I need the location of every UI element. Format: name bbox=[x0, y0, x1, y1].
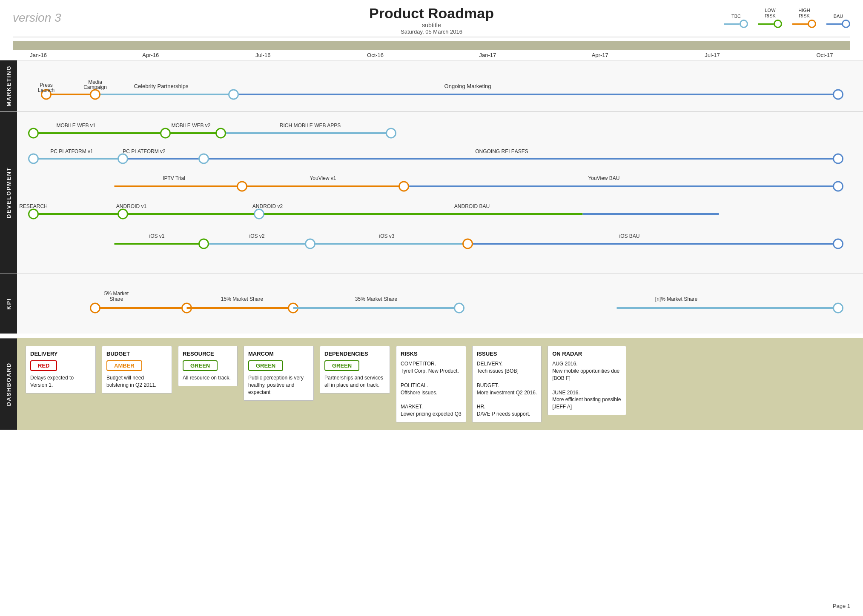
svg-text:IPTV Trial: IPTV Trial bbox=[163, 175, 185, 181]
page-title: Product Roadmap bbox=[369, 5, 494, 22]
date: Saturday, 05 March 2016 bbox=[369, 29, 494, 35]
dashboard-content: DELIVERY RED Delays expected to Version … bbox=[17, 338, 863, 430]
svg-text:PC PLATFORM v1: PC PLATFORM v1 bbox=[50, 148, 93, 154]
marcom-title: MARCOM bbox=[248, 351, 309, 357]
svg-point-72 bbox=[455, 303, 464, 313]
legend-bau-label: BAU bbox=[834, 14, 843, 19]
budget-card: BUDGET AMBER Budget will need bolstering… bbox=[102, 346, 172, 394]
legend-lowrisk-label: LOWRISK bbox=[765, 8, 776, 19]
svg-text:RESEARCH: RESEARCH bbox=[19, 203, 48, 209]
legend-tbc-line bbox=[724, 20, 748, 28]
kpi-content: 5% Market Share 15% Market Share 35% Mar… bbox=[17, 274, 863, 334]
on-radar-text: AUG 2016. New mobile opportunities due [… bbox=[552, 360, 622, 411]
legend-lowrisk-bar bbox=[758, 23, 774, 25]
delivery-badge: RED bbox=[30, 360, 57, 371]
legend-highrisk-line bbox=[792, 20, 816, 28]
version-label: version 3 bbox=[13, 8, 61, 25]
delivery-card: DELIVERY RED Delays expected to Version … bbox=[26, 346, 96, 394]
marcom-card: MARCOM GREEN Public perception is very h… bbox=[244, 346, 314, 400]
resource-title: RESOURCE bbox=[183, 351, 233, 357]
axis-label-oct16: Oct-16 bbox=[350, 52, 401, 58]
svg-point-12 bbox=[834, 90, 843, 99]
legend-low-risk: LOWRISK bbox=[758, 8, 782, 28]
svg-point-17 bbox=[29, 128, 38, 138]
on-radar-title: ON RADAR bbox=[552, 351, 622, 357]
kpi-row: KPI 5% Market Share 15% Market Share 35%… bbox=[0, 274, 863, 334]
legend-tbc: TBC bbox=[724, 14, 748, 28]
svg-text:iOS v2: iOS v2 bbox=[249, 233, 264, 239]
svg-text:5% Market: 5% Market bbox=[104, 291, 129, 297]
marcom-text: Public perception is very healthy, posit… bbox=[248, 374, 309, 396]
svg-text:MOBILE WEB v2: MOBILE WEB v2 bbox=[171, 123, 210, 128]
svg-text:[n]% Market Share: [n]% Market Share bbox=[655, 296, 698, 302]
issues-title: ISSUES bbox=[477, 351, 537, 357]
risks-title: RISKS bbox=[401, 351, 462, 357]
legend-bau-circle bbox=[842, 20, 850, 28]
axis-bar bbox=[13, 41, 850, 50]
page-header: version 3 Product Roadmap subtitle Satur… bbox=[0, 0, 863, 34]
svg-point-26 bbox=[29, 154, 38, 163]
svg-point-22 bbox=[387, 128, 396, 138]
axis-label-oct17: Oct-17 bbox=[799, 52, 850, 58]
svg-text:ANDROID v2: ANDROID v2 bbox=[252, 203, 283, 209]
svg-point-36 bbox=[238, 182, 247, 191]
svg-text:iOS v3: iOS v3 bbox=[379, 233, 394, 239]
dashboard-section: DASHBOARD DELIVERY RED Delays expected t… bbox=[0, 338, 863, 430]
issues-text: DELIVERY. Tech issues [BOB] BUDGET. More… bbox=[477, 360, 537, 417]
svg-point-31 bbox=[834, 154, 843, 163]
marketing-label: MARKETING bbox=[0, 60, 17, 111]
dependencies-text: Partnerships and services all in place a… bbox=[324, 374, 385, 389]
marketing-svg: Press Launch Media Campaign Celebrity Pa… bbox=[17, 60, 863, 111]
development-svg: MOBILE WEB v1 MOBILE WEB v2 RICH MOBILE … bbox=[17, 112, 863, 274]
svg-text:RICH MOBILE WEB APPS: RICH MOBILE WEB APPS bbox=[280, 123, 341, 128]
subtitle: subtitle bbox=[369, 22, 494, 29]
spacer bbox=[0, 334, 863, 338]
svg-point-20 bbox=[216, 128, 226, 138]
marcom-badge: GREEN bbox=[248, 360, 283, 371]
svg-point-40 bbox=[834, 182, 843, 191]
marketing-content: Press Launch Media Campaign Celebrity Pa… bbox=[17, 60, 863, 111]
legend-lowrisk-circle bbox=[774, 20, 782, 28]
axis-label-jul16: Jul-16 bbox=[238, 52, 289, 58]
svg-text:ANDROID BAU: ANDROID BAU bbox=[454, 203, 490, 209]
risks-card: RISKS COMPETITOR. Tyrell Corp, New Produ… bbox=[396, 346, 466, 422]
svg-text:Celebrity Partnerships: Celebrity Partnerships bbox=[134, 83, 189, 89]
svg-point-28 bbox=[118, 154, 128, 163]
legend-high-risk: HIGHRISK bbox=[792, 8, 816, 28]
axis-labels: Jan-16 Apr-16 Jul-16 Oct-16 Jan-17 Apr-1… bbox=[13, 50, 850, 60]
header-divider bbox=[13, 37, 850, 37]
legend-highrisk-bar bbox=[792, 23, 808, 25]
kpi-svg: 5% Market Share 15% Market Share 35% Mar… bbox=[17, 274, 863, 334]
svg-text:iOS v1: iOS v1 bbox=[149, 233, 164, 239]
delivery-text: Delays expected to Version 1. bbox=[30, 374, 91, 389]
svg-point-44 bbox=[29, 209, 38, 219]
svg-text:iOS BAU: iOS BAU bbox=[619, 233, 639, 239]
on-radar-card: ON RADAR AUG 2016. New mobile opportunit… bbox=[548, 346, 626, 415]
svg-point-29 bbox=[199, 154, 209, 163]
svg-text:YouView BAU: YouView BAU bbox=[588, 175, 619, 181]
delivery-title: DELIVERY bbox=[30, 351, 91, 357]
axis-label-jan16: Jan-16 bbox=[13, 52, 64, 58]
development-content: MOBILE WEB v1 MOBILE WEB v2 RICH MOBILE … bbox=[17, 112, 863, 274]
axis-label-jan17: Jan-17 bbox=[462, 52, 513, 58]
svg-point-75 bbox=[834, 303, 843, 313]
legend-tbc-circle bbox=[740, 20, 748, 28]
svg-point-46 bbox=[118, 209, 128, 219]
legend-lowrisk-line bbox=[758, 20, 782, 28]
svg-point-61 bbox=[834, 239, 843, 248]
svg-text:YouView v1: YouView v1 bbox=[310, 175, 336, 181]
svg-text:Campaign: Campaign bbox=[83, 84, 107, 90]
svg-text:35% Market Share: 35% Market Share bbox=[355, 296, 398, 302]
svg-text:Launch: Launch bbox=[38, 87, 54, 93]
svg-point-6 bbox=[91, 90, 100, 99]
timeline-axis: Jan-16 Apr-16 Jul-16 Oct-16 Jan-17 Apr-1… bbox=[0, 41, 863, 60]
legend-tbc-bar bbox=[724, 23, 740, 25]
dependencies-badge: GREEN bbox=[324, 360, 359, 371]
kpi-label: KPI bbox=[0, 274, 17, 334]
legend-bau-line bbox=[826, 20, 850, 28]
legend-bau-bar bbox=[826, 23, 842, 25]
budget-text: Budget will need bolstering in Q2 2011. bbox=[106, 374, 167, 389]
svg-text:ANDROID v1: ANDROID v1 bbox=[116, 203, 147, 209]
svg-text:15% Market Share: 15% Market Share bbox=[221, 296, 264, 302]
title-block: Product Roadmap subtitle Saturday, 05 Ma… bbox=[369, 5, 494, 35]
